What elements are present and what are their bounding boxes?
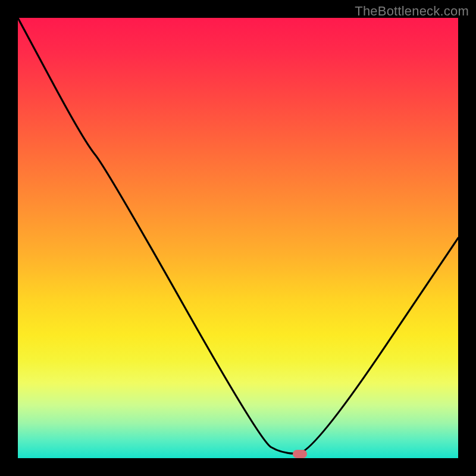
chart-frame: TheBottleneck.com bbox=[0, 0, 476, 476]
optimal-marker bbox=[293, 450, 307, 458]
plot-area bbox=[18, 18, 458, 458]
watermark-text: TheBottleneck.com bbox=[355, 4, 469, 19]
bottleneck-curve bbox=[18, 18, 458, 458]
